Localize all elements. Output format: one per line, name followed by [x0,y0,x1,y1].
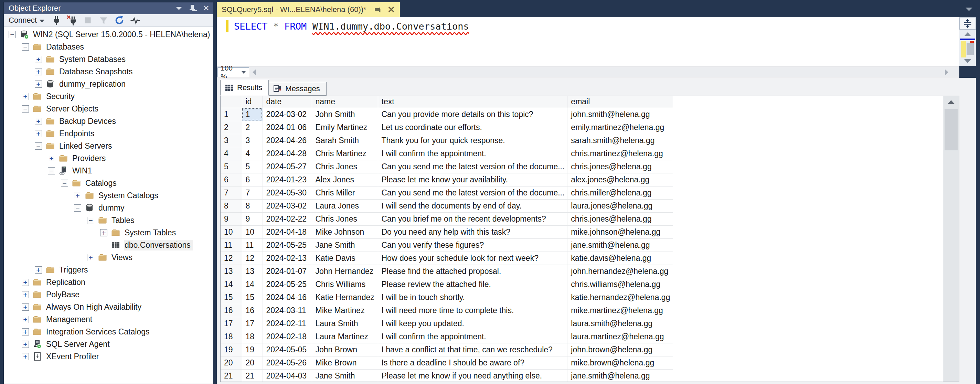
tree-item-database-snapshots[interactable]: +Database Snapshots [4,65,213,78]
cell-text[interactable]: How does your schedule look for next wee… [378,252,568,264]
cell-date[interactable]: 2024-03-02 [262,199,312,212]
row-number[interactable]: 13 [221,264,242,278]
cell-email[interactable]: mike.brown@helena.gg [568,356,673,369]
column-header-email[interactable]: email [568,96,673,108]
cell-id[interactable]: 17 [242,317,262,330]
tree-item-system-databases[interactable]: +System Databases [4,53,213,65]
cell-text[interactable]: Can you provide more details on this top… [378,108,568,121]
cell-text[interactable]: Please let me know if you need anything … [378,369,568,382]
query-editor[interactable]: SELECT * FROM WIN1.dummy.dbo.Conversatio… [217,17,959,66]
cell-id[interactable]: 4 [242,147,262,160]
row-number[interactable]: 8 [221,199,242,212]
scroll-down-icon[interactable] [964,59,971,63]
connect-plug-icon[interactable] [51,15,62,25]
cell-text[interactable]: I will need more time to complete this. [378,304,568,317]
cell-text[interactable]: Is there a deadline I should be aware of… [378,356,568,369]
cell-date[interactable]: 2024-01-07 [262,264,312,278]
cell-text[interactable]: Please let me know your availability. [378,173,568,186]
column-header-text[interactable]: text [378,96,568,108]
cell-name[interactable]: Sarah Smith [312,134,378,147]
cell-id[interactable]: 20 [242,356,262,369]
cell-email[interactable]: john.smith@helena.gg [568,108,673,121]
collapse-icon[interactable]: − [61,180,68,187]
cell-date[interactable]: 2024-04-26 [262,134,312,147]
collapse-icon[interactable]: − [22,105,29,113]
expand-icon[interactable]: + [87,254,94,261]
row-number[interactable]: 20 [221,356,242,369]
cell-email[interactable]: chris.jones@helena.gg [568,160,673,173]
cell-date[interactable]: 2024-04-03 [262,369,312,382]
scrollbar-thumb[interactable] [945,109,958,150]
cell-text[interactable]: I will confirm the appointment. [378,147,568,160]
row-number[interactable]: 12 [221,252,242,264]
cell-email[interactable]: alex.jones@helena.gg [568,173,673,186]
row-number[interactable]: 6 [221,173,242,186]
cell-text[interactable]: I will confirm the appointment. [378,330,568,343]
zoom-level-select[interactable]: 100 % [218,67,249,77]
row-number[interactable]: 9 [221,212,242,225]
cell-text[interactable]: I will be in touch shortly. [378,291,568,304]
tree-item-triggers[interactable]: +Triggers [4,264,213,276]
cell-email[interactable]: laura.martinez@helena.gg [568,330,673,343]
tab-messages[interactable]: Messages [269,82,326,96]
cell-text[interactable]: I will send the documents by end of day. [378,199,568,212]
cell-email[interactable]: chris.jones@helena.gg [568,212,673,225]
tree-item-endpoints[interactable]: +Endpoints [4,127,213,140]
cell-name[interactable]: Laura Smith [312,317,378,330]
cell-email[interactable]: katie.davis@helena.gg [568,252,673,264]
collapse-icon[interactable]: − [9,31,16,38]
cell-text[interactable]: Can you brief me on the recent developme… [378,212,568,225]
collapse-icon[interactable]: − [48,167,55,174]
cell-text[interactable]: Please find the attached proposal. [378,264,568,278]
expand-icon[interactable]: + [22,353,29,360]
row-number[interactable]: 14 [221,278,242,291]
cell-email[interactable]: laura.smith@helena.gg [568,317,673,330]
row-number[interactable]: 4 [221,147,242,160]
tree-item-dbo-conversations[interactable]: dbo.Conversations [4,239,213,251]
cell-text[interactable]: Can you send me the latest version of th… [378,160,568,173]
tree-item-integration-services-catalogs[interactable]: +Integration Services Catalogs [4,325,213,338]
expand-icon[interactable]: + [22,303,29,311]
expand-icon[interactable]: + [35,266,42,274]
tree-item-server-objects[interactable]: −Server Objects [4,102,213,115]
expand-icon[interactable]: + [48,155,55,162]
cell-email[interactable]: chris.martinez@helena.gg [568,147,673,160]
disconnect-plug-icon[interactable] [67,15,78,25]
tree-item-providers[interactable]: +Providers [4,152,213,164]
row-number[interactable]: 7 [221,186,242,199]
cell-name[interactable]: Mike Brown [312,356,378,369]
editor-vertical-scrollbar[interactable] [959,17,976,66]
cell-email[interactable]: chris.miller@helena.gg [568,186,673,199]
row-number[interactable]: 3 [221,134,242,147]
cell-text[interactable]: I will keep you updated. [378,317,568,330]
cell-id[interactable]: 19 [242,343,262,356]
cell-name[interactable]: Mike Martinez [312,304,378,317]
tree-item-replication[interactable]: +Replication [4,276,213,288]
tree-item-views[interactable]: +Views [4,251,213,264]
cell-date[interactable]: 2024-02-22 [262,212,312,225]
tree-item-polybase[interactable]: +PolyBase [4,288,213,301]
cell-name[interactable]: Jane Smith [312,239,378,252]
cell-name[interactable]: Chris Miller [312,186,378,199]
cell-text[interactable]: Thank you for your quick response. [378,134,568,147]
cell-name[interactable]: Laura Martinez [312,330,378,343]
tree-item-win2-sql-server-15-0-2000-5-helena-helena[interactable]: −WIN2 (SQL Server 15.0.2000.5 - HELENA\h… [4,28,213,41]
cell-email[interactable]: sarah.smith@helena.gg [568,134,673,147]
cell-id[interactable]: 2 [242,121,262,134]
cell-date[interactable]: 2024-05-25 [262,239,312,252]
cell-name[interactable]: Mike Johnson [312,225,378,239]
cell-text[interactable]: Can you verify these figures? [378,239,568,252]
cell-id[interactable]: 7 [242,186,262,199]
window-position-icon[interactable] [176,7,182,10]
cell-name[interactable]: Chris Martinez [312,147,378,160]
tree-item-dummy-replication[interactable]: +dummy_replication [4,78,213,90]
cell-date[interactable]: 2024-04-16 [262,291,312,304]
cell-name[interactable]: Chris Jones [312,212,378,225]
expand-icon[interactable]: + [22,341,29,348]
pin-icon[interactable] [189,5,196,12]
grid-corner-header[interactable] [221,96,242,108]
sql-query-tab[interactable]: SQLQuery5.sql - WI...ELENA\helena (60))*… [217,2,400,17]
cell-id[interactable]: 13 [242,264,262,278]
scroll-up-icon[interactable] [948,100,955,104]
row-number[interactable]: 15 [221,291,242,304]
